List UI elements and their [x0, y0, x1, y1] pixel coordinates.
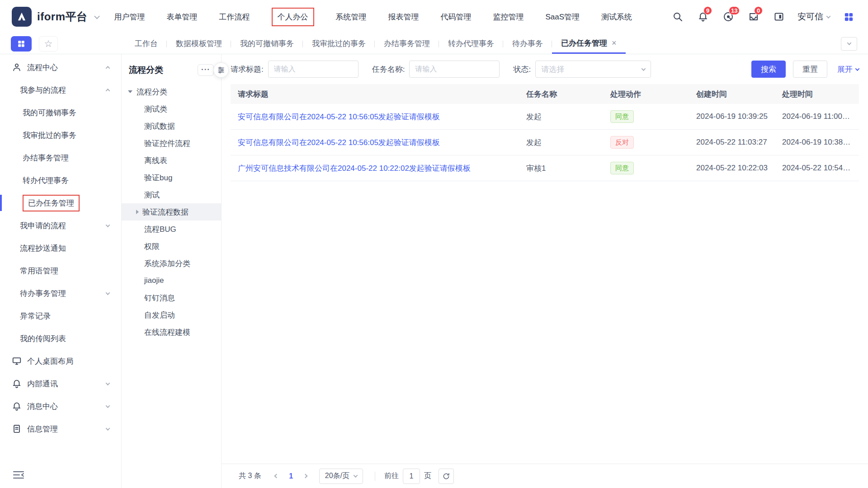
panel-filter-button[interactable]	[213, 62, 229, 78]
apps-grid-icon[interactable]	[842, 10, 855, 23]
filter-task-group: 任务名称:	[372, 61, 500, 78]
next-page-button[interactable]	[298, 469, 313, 483]
sidebar-item-internal-comm[interactable]: 内部通讯	[0, 372, 121, 395]
tree-node[interactable]: 测试类	[122, 100, 221, 117]
sidebar-item-desktop-layout[interactable]: 个人桌面布局	[0, 350, 121, 372]
category-tree: 流程分类 测试类 测试数据 验证控件流程 离线表 验证bug 测试 验证流程数据…	[122, 83, 221, 341]
chevron-up-icon	[106, 66, 110, 70]
tab-closed[interactable]: 办结事务管理	[375, 33, 439, 54]
tree-node[interactable]: 验证控件流程	[122, 135, 221, 152]
nav-item-system-mgmt[interactable]: 系统管理	[336, 12, 367, 22]
tree-node[interactable]: 测试数据	[122, 117, 221, 135]
notification-bell-icon[interactable]: 9	[696, 10, 710, 23]
sidebar-item-my-processes[interactable]: 我参与的流程	[0, 79, 121, 101]
nav-item-report-mgmt[interactable]: 报表管理	[388, 12, 419, 22]
nav-item-test-system[interactable]: 测试系统	[601, 12, 632, 22]
nav-item-personal-office[interactable]: 个人办公	[272, 8, 314, 26]
request-title-input[interactable]	[268, 61, 359, 78]
sidebar-item-message-center[interactable]: 消息中心	[0, 395, 121, 418]
chevron-down-icon	[642, 66, 646, 71]
tree-node[interactable]: 测试	[122, 186, 221, 203]
tree-node[interactable]: 自发启动	[122, 306, 221, 324]
pagination-bar: 共 3 条 1 20条/页 前往 页	[222, 464, 868, 488]
close-icon[interactable]: ×	[612, 38, 617, 48]
nav-item-code-mgmt[interactable]: 代码管理	[441, 12, 472, 22]
chevron-up-icon	[106, 88, 110, 93]
tree-node-root[interactable]: 流程分类	[122, 83, 221, 100]
star-icon: ☆	[44, 38, 53, 49]
caret-down-icon[interactable]	[128, 90, 132, 93]
sidebar-item-process-center[interactable]: 流程中心	[0, 56, 121, 79]
sidebar-item-common-phrases[interactable]: 常用语管理	[0, 259, 121, 282]
caret-right-icon[interactable]	[136, 210, 139, 214]
user-menu[interactable]: 安可信	[797, 11, 830, 23]
bell-icon	[12, 401, 22, 411]
prev-page-button[interactable]	[269, 469, 284, 483]
tree-node-selected[interactable]: 验证流程数据	[122, 203, 221, 221]
tab-list-dropdown-button[interactable]	[841, 37, 857, 51]
tab-delegated[interactable]: 转办代理事务	[439, 33, 503, 54]
nav-item-form-mgmt[interactable]: 表单管理	[167, 12, 198, 22]
tab-todo[interactable]: 待办事务	[503, 33, 552, 54]
request-title-link[interactable]: 安可信息有限公司在2024-05-22 10:56:05发起验证请假模板	[238, 138, 440, 147]
sidebar-item-cc-notice[interactable]: 流程抄送通知	[0, 237, 121, 259]
request-title-link[interactable]: 安可信息有限公司在2024-05-22 10:56:05发起验证请假模板	[238, 113, 440, 121]
nav-item-monitor-mgmt[interactable]: 监控管理	[493, 12, 524, 22]
status-select[interactable]: 请选择	[535, 61, 651, 78]
expand-link[interactable]: 展开	[837, 64, 859, 75]
screen-layout-icon[interactable]	[772, 10, 786, 23]
column-header-task: 任务名称	[519, 89, 603, 99]
favorite-star-button[interactable]: ☆	[39, 36, 58, 52]
tree-node[interactable]: jiaojie	[122, 272, 221, 289]
process-center-icon	[12, 62, 22, 72]
sidebar-item-info-mgmt[interactable]: 信息管理	[0, 418, 121, 440]
tab-revocable[interactable]: 我的可撤销事务	[231, 33, 303, 54]
search-button[interactable]: 搜索	[751, 61, 786, 78]
logo-chevron-down-icon[interactable]	[94, 13, 100, 19]
tree-node[interactable]: 流程BUG	[122, 221, 221, 238]
sidebar-item-done-tasks[interactable]: 已办任务管理	[0, 192, 121, 214]
sidebar-item-closed[interactable]: 办结事务管理	[0, 146, 121, 169]
tab-data-template[interactable]: 数据模板管理	[167, 33, 231, 54]
sidebar-item-approved[interactable]: 我审批过的事务	[0, 124, 121, 146]
sidebar-item-revocable[interactable]: 我的可撤销事务	[0, 101, 121, 124]
sidebar-item-exception-log[interactable]: 异常记录	[0, 305, 121, 327]
reset-button[interactable]: 重置	[793, 61, 827, 78]
service-badge: 13	[729, 6, 740, 15]
service-icon[interactable]: 13	[722, 10, 735, 23]
sidebar-item-my-applications[interactable]: 我申请的流程	[0, 214, 121, 237]
request-title-link[interactable]: 广州安可信息技术有限公司在2024-05-22 10:22:02发起验证请假模板	[238, 164, 471, 173]
sidebar-item-todo-mgmt[interactable]: 待办事务管理	[0, 282, 121, 305]
refresh-button[interactable]	[439, 469, 454, 484]
goto-page-input[interactable]	[403, 469, 420, 484]
tree-node[interactable]: 验证bug	[122, 169, 221, 186]
top-header: iform平台 用户管理 表单管理 工作流程 个人办公 系统管理 报表管理 代码…	[0, 0, 868, 33]
tab-done-tasks[interactable]: 已办任务管理 ×	[552, 33, 626, 54]
header-actions: 9 13 0 安可信	[671, 10, 855, 23]
sidebar-item-delegated[interactable]: 转办代理事务	[0, 169, 121, 192]
page-unit-label: 页	[424, 471, 431, 481]
chevron-left-icon	[274, 474, 279, 479]
chevron-down-icon	[106, 404, 110, 408]
sidebar-item-circulation-list[interactable]: 我的传阅列表	[0, 327, 121, 350]
inbox-icon[interactable]: 0	[747, 10, 760, 23]
task-name-input[interactable]	[409, 61, 500, 78]
sidebar-collapse-icon[interactable]	[13, 470, 24, 482]
tree-node[interactable]: 系统添加分类	[122, 255, 221, 272]
chevron-right-icon	[303, 474, 308, 479]
workbench-grid-button[interactable]	[11, 36, 32, 52]
app-logo[interactable]: iform平台	[12, 7, 88, 27]
page-size-select[interactable]: 20条/页	[319, 469, 363, 484]
tab-workbench[interactable]: 工作台	[126, 33, 167, 54]
nav-item-user-mgmt[interactable]: 用户管理	[114, 12, 145, 22]
search-icon[interactable]	[671, 10, 684, 23]
tree-node[interactable]: 钉钉消息	[122, 289, 221, 306]
page-number-1[interactable]: 1	[284, 469, 298, 483]
tree-node[interactable]: 在线流程建模	[122, 324, 221, 341]
tab-approved[interactable]: 我审批过的事务	[303, 33, 375, 54]
tree-node[interactable]: 离线表	[122, 152, 221, 169]
nav-item-saas-mgmt[interactable]: SaaS管理	[546, 12, 580, 22]
nav-item-workflow[interactable]: 工作流程	[219, 12, 250, 22]
tree-node[interactable]: 权限	[122, 238, 221, 255]
more-icon[interactable]: ···	[198, 64, 214, 76]
